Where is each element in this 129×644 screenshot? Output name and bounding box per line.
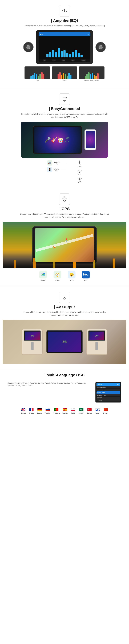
av-output-desc: Support Video Output, you can watch vide… <box>19 311 110 317</box>
lang-screen-header: Settings 21:24 <box>96 383 120 386</box>
gps-photo: 📍 ➤ <box>3 222 126 268</box>
eq-bar-5 <box>58 48 60 58</box>
eq-btn-rock[interactable]: Rock <box>62 60 65 61</box>
amplifier-icon <box>62 8 67 14</box>
rock-bar-4 <box>63 73 64 79</box>
eq-btn-pop[interactable]: Pop <box>52 60 55 61</box>
waze-label: Waze <box>70 279 74 281</box>
lang-row-1: English (Deutsch) <box>96 389 120 391</box>
pop-bar-8 <box>43 74 44 79</box>
ideal-bar-8 <box>97 74 98 79</box>
iphone-icon: 📱 <box>47 167 52 172</box>
sub-img-rock: Rock <box>52 66 77 82</box>
unit-top-bar: Music ✦ ✦ ✦ <box>39 32 90 36</box>
building-3 <box>53 262 55 268</box>
iphone-label: Iphone Via <box>54 168 59 172</box>
concert-bg: 🎤🎸🥁🎵 <box>34 127 81 153</box>
rock-bar-2 <box>59 72 61 79</box>
wifi-label: WiFi <box>78 174 81 175</box>
lang-row-4: 中文(简体) <box>96 397 120 399</box>
english-flag: 🇬🇧 <box>20 408 27 412</box>
android-label: Android Via <box>54 161 60 165</box>
rock-label: Rock <box>63 80 66 82</box>
flag-item-chinese: 🇨🇳 Chinese <box>102 408 109 414</box>
rock-bar-6 <box>67 76 68 79</box>
arabic-label: Arabic <box>79 412 83 414</box>
main-unit-screen: 🎮 <box>48 332 81 352</box>
english-label: English <box>21 412 26 414</box>
rock-img <box>52 66 77 79</box>
speaker-cone-right <box>99 45 102 49</box>
concert-inner: 🎤🎸🥁🎵 🎵 <box>33 126 96 154</box>
polish-flag: 🇵🇱 <box>70 408 76 412</box>
pop-label: Pop <box>36 80 39 82</box>
gps-title: GPS <box>3 206 126 211</box>
lang-row-3: Español (Français) <box>96 394 120 396</box>
eq-bar-9 <box>69 54 71 58</box>
spanish-flag: 🇪🇸 <box>62 408 68 412</box>
unit-screen: Music ✦ ✦ ✦ <box>36 30 93 64</box>
android-via: Via <box>54 163 60 165</box>
lang-screen-time: 21:24 <box>117 384 119 385</box>
google-maps-label: Google <box>41 279 46 281</box>
unit-eq-area <box>39 36 90 59</box>
eq-bar-10 <box>72 52 74 58</box>
eq-bar-13 <box>80 55 83 58</box>
monitor-screen-right: 🎮 <box>88 330 105 341</box>
wifi-label-2: WiFi <box>78 181 81 183</box>
phone-screen: 🎵 <box>86 132 95 148</box>
flag-item-hebrew: 🇮🇱 Hebrew <box>94 408 101 414</box>
eq-bar-3 <box>52 50 54 58</box>
german-label: German <box>37 412 42 414</box>
lang-screenshot: Settings 21:24 English (Australia) Engli… <box>95 382 121 402</box>
lang-support-text: Support: Traditional Chinese, Simplified… <box>8 382 92 387</box>
eq-btn-custom[interactable]: Custom <box>81 60 86 61</box>
amplifier-demo: Music ✦ ✦ ✦ <box>3 30 126 64</box>
portuguese-flag: 🇵🇹 <box>53 408 59 412</box>
amplifier-title: Amplifier(EQ) <box>3 18 126 23</box>
unit-music-label: Music <box>40 34 43 35</box>
navitel-label: Navitel <box>55 279 60 281</box>
pop-bar-2 <box>32 75 34 79</box>
svg-point-17 <box>79 172 80 173</box>
amplifier-desc: Exellent sound quality with more custome… <box>19 24 110 27</box>
rock-bar-7 <box>68 73 70 79</box>
pop-bar-4 <box>36 74 37 79</box>
ideal-bar-1 <box>85 76 86 79</box>
lang-row-2-active: Italiano (Chinese) <box>96 392 120 394</box>
route-arrow: ➤ <box>53 245 56 250</box>
igo-text: iGO <box>83 273 88 276</box>
wifi-item: WiFi <box>77 169 82 175</box>
building-1 <box>14 260 16 268</box>
easy-connected-icon-box <box>59 94 70 105</box>
gps-icon-box <box>59 194 70 205</box>
eq-btn-flat[interactable]: Flat <box>43 60 46 61</box>
car-unit-display: 🎤🎸🥁🎵 <box>33 126 82 154</box>
eq-bar-8 <box>66 53 68 58</box>
gps-pin-icon <box>62 196 67 202</box>
eq-btn-jazz[interactable]: Jazz <box>71 60 75 61</box>
multi-language-title: Multi-Language OSD <box>3 373 126 377</box>
right-connections-col: USB WiFi WiFi <box>77 160 82 183</box>
ideal-img <box>79 66 104 79</box>
unit-bottom-bar: Flat Pop Rock Jazz Custom <box>39 59 90 62</box>
ideal-bar-2 <box>86 74 88 79</box>
arabic-flag: 🇸🇦 <box>78 408 84 412</box>
android-item: 🤖 Android Via <box>47 160 67 166</box>
multi-language-header: Multi-Language OSD <box>3 373 126 377</box>
usb-icon <box>78 160 81 165</box>
easy-connected-icon <box>62 96 67 102</box>
igo-label: iGO <box>84 279 87 281</box>
gps-unit: 📍 ➤ <box>32 226 97 264</box>
easy-connected-section: EasyConnected Support mirrorlink,The mob… <box>0 88 129 188</box>
speaker-right <box>95 42 106 52</box>
eq-bar-1 <box>46 54 49 58</box>
wifi-icon <box>77 169 82 173</box>
iphone-item: 📱 Iphone Via <box>47 167 67 172</box>
rock-bar-1 <box>58 74 59 79</box>
flag-item-english: 🇬🇧 English <box>20 408 27 414</box>
sub-img-pop: Pop <box>25 66 50 82</box>
chinese-label: Chinese <box>103 412 108 414</box>
svg-point-2 <box>62 10 63 11</box>
map-road <box>36 234 93 252</box>
